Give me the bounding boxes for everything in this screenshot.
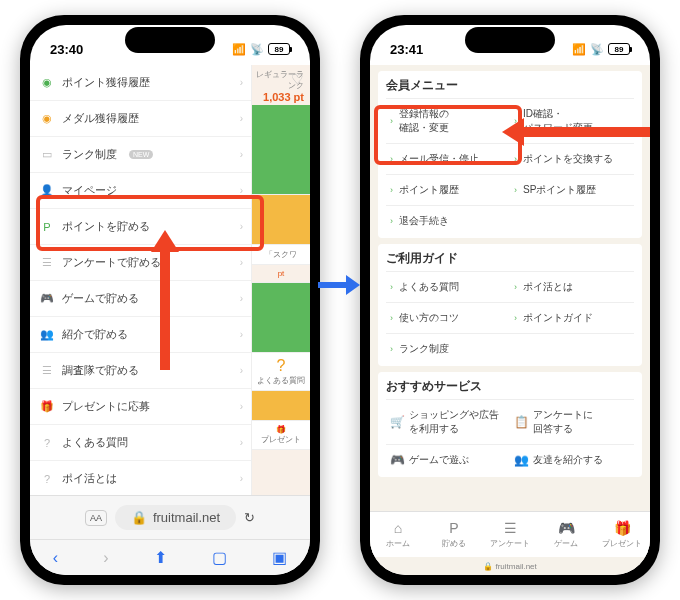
- battery-icon: 89: [268, 43, 290, 55]
- bottom-nav: ⌂ ホームP 貯める☰ アンケート🎮 ゲーム🎁 プレゼント: [370, 511, 650, 557]
- grid-cell[interactable]: ›ポイ活とは: [510, 271, 634, 302]
- tabs-icon[interactable]: ▣: [272, 548, 287, 567]
- reload-icon[interactable]: ↻: [244, 510, 255, 525]
- menu-label: ゲームで貯める: [62, 291, 139, 306]
- menu-item[interactable]: ☰ 調査隊で貯める ›: [30, 353, 251, 389]
- menu-item[interactable]: 🎮 ゲームで貯める ›: [30, 281, 251, 317]
- menu-item[interactable]: ? よくある質問 ›: [30, 425, 251, 461]
- chevron-right-icon: ›: [240, 257, 243, 268]
- chevron-right-icon: ›: [240, 437, 243, 448]
- share-icon[interactable]: ⬆︎: [154, 548, 167, 567]
- battery-icon: 89: [608, 43, 630, 55]
- cell-label: ゲームで遊ぶ: [409, 453, 469, 467]
- cell-label: ポイント履歴: [399, 183, 459, 197]
- grid-cell[interactable]: ›使い方のコツ: [386, 302, 510, 333]
- rank-points: 1,033 pt: [252, 91, 304, 103]
- recommend-section: おすすめサービス 🛒ショッピングや広告 を利用する📋アンケートに 回答する🎮ゲー…: [378, 372, 642, 477]
- step-arrow: [318, 282, 348, 288]
- chevron-right-icon: ›: [240, 329, 243, 340]
- side-ad[interactable]: [252, 105, 310, 195]
- cell-label: アンケートに 回答する: [533, 408, 593, 436]
- menu-icon: 🎁: [40, 400, 54, 414]
- side-ad[interactable]: [252, 283, 310, 353]
- menu-icon: ?: [40, 436, 54, 450]
- url-pill[interactable]: 🔒 fruitmail.net: [115, 505, 236, 530]
- guide-section: ご利用ガイド ›よくある質問›ポイ活とは›使い方のコツ›ポイントガイド›ランク制…: [378, 244, 642, 366]
- annotation-arrow: [522, 127, 650, 137]
- notch: [465, 27, 555, 53]
- menu-item[interactable]: 👥 紹介で貯める ›: [30, 317, 251, 353]
- back-icon[interactable]: ‹: [53, 549, 58, 567]
- annotation-highlight-box: [374, 105, 522, 165]
- grid-cell[interactable]: ›ポイントを交換する: [510, 143, 634, 174]
- content-right: 会員メニュー ›登録情報の 確認・変更›ID確認・ パスワード変更›メール受信・…: [370, 65, 650, 575]
- cell-label: SPポイント履歴: [523, 183, 596, 197]
- grid-cell[interactable]: ›ポイントガイド: [510, 302, 634, 333]
- grid-cell[interactable]: ›よくある質問: [386, 271, 510, 302]
- grid-cell: [510, 333, 634, 364]
- nav-item[interactable]: ⌂ ホーム: [370, 512, 426, 557]
- nav-item[interactable]: 🎮 ゲーム: [538, 512, 594, 557]
- side-pt: pt: [252, 265, 310, 283]
- grid-cell: [510, 205, 634, 236]
- content-left: ♡ レギュラーランク 1,033 pt 「スクワ pt ? よくある質問 🎁: [30, 65, 310, 495]
- grid-cell[interactable]: 🛒ショッピングや広告 を利用する: [386, 399, 510, 444]
- side-faq[interactable]: ? よくある質問: [252, 353, 310, 391]
- nav-label: 貯める: [442, 538, 466, 549]
- menu-label: 紹介で貯める: [62, 327, 128, 342]
- url-mini[interactable]: 🔒 fruitmail.net: [370, 562, 650, 571]
- menu-icon: 🎮: [40, 292, 54, 306]
- grid-cell[interactable]: 📋アンケートに 回答する: [510, 399, 634, 444]
- chevron-right-icon: ›: [240, 473, 243, 484]
- menu-item[interactable]: 🎁 プレゼントに応募 ›: [30, 389, 251, 425]
- chevron-right-icon: ›: [390, 282, 393, 292]
- status-time: 23:41: [390, 42, 423, 57]
- url-text: fruitmail.net: [153, 510, 220, 525]
- chevron-right-icon: ›: [390, 185, 393, 195]
- chevron-right-icon: ›: [390, 216, 393, 226]
- menu-item[interactable]: ◉ ポイント獲得履歴 ›: [30, 65, 251, 101]
- menu-item[interactable]: ▭ ランク制度 NEW ›: [30, 137, 251, 173]
- grid-cell[interactable]: ›SPポイント履歴: [510, 174, 634, 205]
- cell-label: よくある質問: [399, 280, 459, 294]
- grid-cell[interactable]: 🎮ゲームで遊ぶ: [386, 444, 510, 475]
- aa-button[interactable]: AA: [85, 510, 107, 526]
- phone-right: 23:41 📶 📡 89 会員メニュー ›登録情報の 確認・変更›ID確認・ パ…: [360, 15, 660, 585]
- grid-cell[interactable]: 👥友達を紹介する: [510, 444, 634, 475]
- grid-cell[interactable]: ›退会手続き: [386, 205, 510, 236]
- nav-item[interactable]: P 貯める: [426, 512, 482, 557]
- chevron-right-icon: ›: [390, 313, 393, 323]
- cell-icon: 🎮: [390, 453, 405, 467]
- menu-label: ポイ活とは: [62, 471, 117, 486]
- menu-label: アンケートで貯める: [62, 255, 161, 270]
- section-title: おすすめサービス: [386, 378, 634, 395]
- menu-item[interactable]: ◉ メダル獲得履歴 ›: [30, 101, 251, 137]
- nav-icon: ⌂: [394, 520, 402, 536]
- nav-item[interactable]: 🎁 プレゼント: [594, 512, 650, 557]
- status-indicators: 📶 📡 89: [572, 43, 630, 56]
- menu-label: よくある質問: [62, 435, 128, 450]
- nav-item[interactable]: ☰ アンケート: [482, 512, 538, 557]
- cell-icon: 🛒: [390, 415, 405, 429]
- browser-url-bar[interactable]: AA 🔒 fruitmail.net ↻: [30, 495, 310, 539]
- menu-label: ランク制度: [62, 147, 117, 162]
- question-icon: ?: [256, 357, 306, 375]
- signal-icon: 📶: [572, 43, 586, 56]
- side-present[interactable]: 🎁 プレゼント: [252, 421, 310, 450]
- menu-label: プレゼントに応募: [62, 399, 150, 414]
- browser-toolbar: ‹ › ⬆︎ ▢ ▣: [30, 539, 310, 575]
- screen-left: 23:40 📶 📡 89 ♡ レギュラーランク 1,033 pt 「スクワ pt: [30, 25, 310, 575]
- nav-label: アンケート: [490, 538, 530, 549]
- grid-cell[interactable]: ›ランク制度: [386, 333, 510, 364]
- menu-drawer: ◉ ポイント獲得履歴 ›◉ メダル獲得履歴 ›▭ ランク制度 NEW ›👤 マイ…: [30, 65, 252, 495]
- phone-left: 23:40 📶 📡 89 ♡ レギュラーランク 1,033 pt 「スクワ pt: [20, 15, 320, 585]
- side-ad[interactable]: [252, 391, 310, 421]
- menu-icon: ☰: [40, 256, 54, 270]
- rank-label: レギュラーランク: [252, 69, 304, 91]
- grid-cell[interactable]: ›ポイント履歴: [386, 174, 510, 205]
- bookmarks-icon[interactable]: ▢: [212, 548, 227, 567]
- cell-label: ショッピングや広告 を利用する: [409, 408, 499, 436]
- cell-label: 退会手続き: [399, 214, 449, 228]
- forward-icon[interactable]: ›: [103, 549, 108, 567]
- menu-item[interactable]: ? ポイ活とは ›: [30, 461, 251, 495]
